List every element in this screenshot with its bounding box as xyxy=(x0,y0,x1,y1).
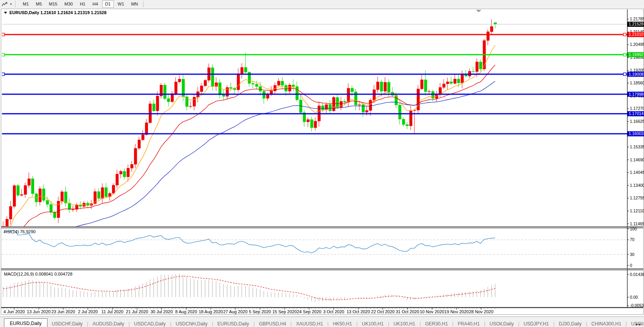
date-label: 30 Jul 2020 xyxy=(150,309,173,314)
svg-text:1.21010: 1.21010 xyxy=(629,32,644,37)
candle xyxy=(163,83,166,100)
symbol-quote-label: EURUSD,Daily 1.21610 1.21624 1.21319 1.2… xyxy=(9,10,106,15)
timeframe-toolbar: ▾ M1M5M15M30H1H4D1W1MN xyxy=(0,0,644,8)
toolbar-grip-2[interactable] xyxy=(143,1,146,7)
svg-text:1.16003: 1.16003 xyxy=(629,131,644,136)
tab-scroll-right-icon[interactable]: ▸ xyxy=(639,322,642,326)
blue-line-1-17014-badge: 1.17014 xyxy=(628,111,644,116)
support-green-line-handle[interactable] xyxy=(624,53,626,56)
tab-usdchf-daily[interactable]: USDCHF,Daily xyxy=(48,319,87,327)
date-label: 10 Nov 2020 xyxy=(420,309,444,314)
timeframe-button-h1[interactable]: H1 xyxy=(77,0,88,8)
macd-label: MACD(12,26,9) 0.008041 0.004728 xyxy=(4,272,72,276)
price-tick-label: 1.14690 xyxy=(630,157,644,162)
tab-usoil-daily[interactable]: USOil,Daily xyxy=(485,319,518,327)
price-chart[interactable]: EURUSD,Daily 1.21610 1.21624 1.21319 1.2… xyxy=(0,8,644,315)
svg-text:1.19008: 1.19008 xyxy=(629,72,644,77)
tab-fra40-h1[interactable]: FRA40,H1 xyxy=(454,319,484,327)
chart-tab-bar: EURUSD,DailyUSDCHF,Daily|AUDUSD,Daily|US… xyxy=(0,316,644,327)
svg-text:1.17998: 1.17998 xyxy=(629,92,644,97)
candle xyxy=(149,101,152,124)
blue-line-1-19008-handle[interactable] xyxy=(624,73,626,76)
date-label: 11 Jul 2020 xyxy=(101,309,123,314)
line-chart-icon[interactable] xyxy=(1,1,9,7)
macd-axis-label: 0.00 xyxy=(630,295,638,300)
date-label: 31 Oct 2020 xyxy=(396,309,419,314)
macd-axis-label: -0.005396 xyxy=(630,303,644,308)
resistance-red-line-handle[interactable] xyxy=(624,33,626,36)
blue-line-1-19008-handle[interactable] xyxy=(2,73,5,76)
chart-type-dropdown-caret[interactable]: ▾ xyxy=(9,2,13,6)
svg-text:1.19992: 1.19992 xyxy=(629,52,644,57)
support-green-line-badge: 1.19992 xyxy=(628,52,644,57)
tab-uk100-h1[interactable]: UK100,H1 xyxy=(389,319,419,327)
tab-eurusd-daily[interactable]: EURUSD,Daily xyxy=(4,318,48,327)
tab-gbpusd-h4[interactable]: GBPUSD,H4 xyxy=(254,319,290,327)
svg-text:1.17014: 1.17014 xyxy=(629,111,644,116)
timeframe-button-w1[interactable]: W1 xyxy=(115,0,128,8)
date-label: 5 Sep 2020 xyxy=(249,309,271,314)
date-label: 13 Oct 2020 xyxy=(346,309,370,314)
current-price-line-badge: 1.21528 xyxy=(628,22,644,27)
blue-line-1-16003-badge: 1.16003 xyxy=(628,131,644,136)
tab-uk100-h1[interactable]: UK100,H1 xyxy=(358,319,388,327)
date-label: 18 Aug 2020 xyxy=(199,309,223,314)
toolbar-grip[interactable] xyxy=(15,1,18,7)
timeframe-button-m1[interactable]: M1 xyxy=(20,0,32,8)
date-label: 8 Aug 2020 xyxy=(175,309,197,314)
date-label: 15 Sep 2020 xyxy=(272,309,296,314)
resistance-red-line-badge: 1.21010 xyxy=(628,32,644,37)
price-tick-label: 1.13400 xyxy=(630,183,644,188)
macd-axis-label: 0.014384 xyxy=(630,272,644,277)
tab-china300-h1[interactable]: CHINA300,H1 xyxy=(587,319,626,327)
date-label: 27 Aug 2020 xyxy=(223,309,248,314)
tab-usdjpy-h1[interactable]: USDJPY,H1 xyxy=(519,319,553,327)
resistance-red-line-handle[interactable] xyxy=(2,33,5,36)
tab-usdcad-daily[interactable]: USDCAD,Daily xyxy=(130,319,170,327)
tab-xauusd-h1[interactable]: XAUUSD,H1 xyxy=(292,319,327,327)
price-tick-label: 1.18560 xyxy=(630,80,644,85)
tab-ger30-h1[interactable]: GER30,H1 xyxy=(421,319,452,327)
date-label: 21 Jul 2020 xyxy=(126,309,148,314)
price-tick-label: 1.16625 xyxy=(630,119,644,124)
candle xyxy=(16,184,19,197)
price-tick-label: 1.14045 xyxy=(630,170,644,175)
tab-scroll-left-icon[interactable]: ◂ xyxy=(635,322,639,326)
date-label: 19 Nov 2020 xyxy=(445,309,469,314)
blue-line-1-17998-badge: 1.17998 xyxy=(628,92,644,97)
date-label: 28 Nov 2020 xyxy=(469,309,493,314)
candle xyxy=(333,96,335,112)
timeframe-button-d1[interactable]: D1 xyxy=(102,0,114,8)
timeframe-button-m30[interactable]: M30 xyxy=(61,0,76,8)
rsi-axis-label: 70 xyxy=(630,237,635,242)
date-label: 13 Jun 2020 xyxy=(27,309,51,314)
timeframe-button-m15[interactable]: M15 xyxy=(46,0,60,8)
candle xyxy=(417,85,420,113)
price-tick-label: 1.21785 xyxy=(630,16,644,21)
price-tick-label: 1.11465 xyxy=(630,221,644,226)
tab-audusd-daily[interactable]: AUDUSD,Daily xyxy=(88,319,129,327)
date-label: 24 Sep 2020 xyxy=(297,309,321,314)
tab-hk50-h1[interactable]: HK50,H1 xyxy=(329,319,357,327)
tab-dj30-daily[interactable]: DJ30,Daily xyxy=(554,319,586,327)
tab-usdcnh-daily[interactable]: USDCNH,Daily xyxy=(171,319,212,327)
support-green-line-handle[interactable] xyxy=(2,53,5,56)
svg-text:1.21528: 1.21528 xyxy=(629,22,644,26)
date-label: 2 Jul 2020 xyxy=(78,309,98,314)
rsi-label: RSI(14) 76.9290 xyxy=(4,229,36,234)
rsi-axis-label: 100 xyxy=(630,227,637,231)
price-tick-label: 1.17270 xyxy=(630,106,644,111)
timeframe-button-mn[interactable]: MN xyxy=(128,0,141,8)
rsi-axis-label: 30 xyxy=(630,252,635,257)
price-tick-label: 1.12110 xyxy=(630,208,644,213)
price-tick-label: 1.12755 xyxy=(630,195,644,200)
tab-eurusd-daily[interactable]: EURUSD,Daily xyxy=(213,319,254,327)
timeframe-button-m5[interactable]: M5 xyxy=(33,0,45,8)
date-label: 23 Jun 2020 xyxy=(51,309,75,314)
chart-title: EURUSD,Daily 1.21610 1.21624 1.21319 1.2… xyxy=(4,10,106,15)
date-label: 4 Jun 2020 xyxy=(4,309,25,314)
rsi-axis-label: 0 xyxy=(630,263,632,268)
date-label: 22 Oct 2020 xyxy=(371,309,395,314)
date-label: 3 Oct 2020 xyxy=(323,309,344,314)
timeframe-button-h4[interactable]: H4 xyxy=(89,0,101,8)
